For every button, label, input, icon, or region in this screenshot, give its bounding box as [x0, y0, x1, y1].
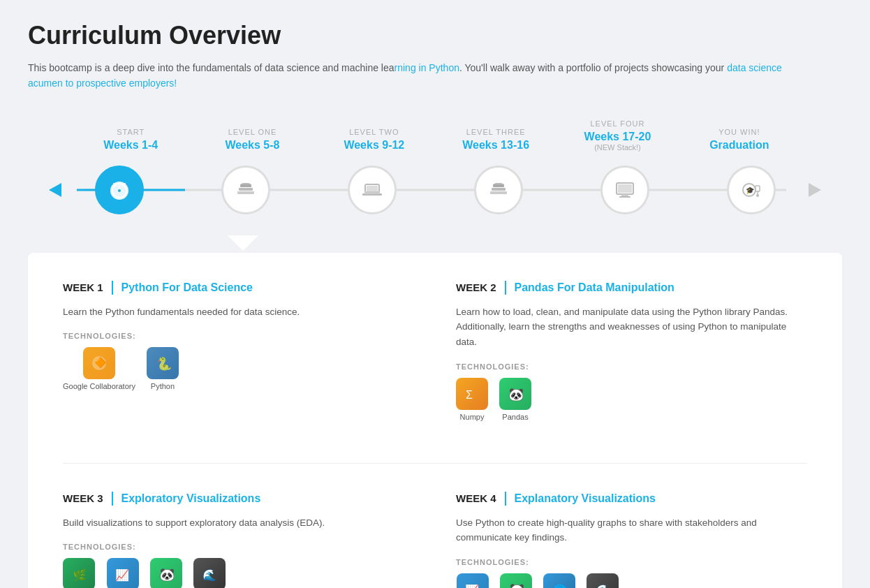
matplotlib-icon: 📈 [107, 558, 139, 588]
svg-rect-12 [367, 186, 378, 192]
tech-numpy: Σ Numpy [456, 378, 488, 421]
tech-pandas-3: 🐼 Pandas [500, 573, 532, 588]
laptop-icon [360, 177, 385, 203]
timeline-stage-level1: LEVEL ONE Weeks 5-8 [191, 128, 313, 152]
svg-text:🐼: 🐼 [159, 567, 175, 582]
svg-text:🌐: 🌐 [553, 584, 567, 588]
svg-text:🐍: 🐍 [156, 356, 172, 372]
seaborn-icon: 🌊 [193, 558, 226, 588]
pandas-icon: 🐼 [499, 378, 531, 410]
week-2-title: Pandas For Data Manipulation [515, 281, 674, 294]
week-4-label: WEEK 4 [456, 492, 496, 504]
svg-marker-10 [240, 183, 251, 184]
google-collab-label: Google Collaboratory [63, 382, 135, 390]
week-1-tech-label: TECHNOLOGIES: [63, 332, 414, 340]
pandas-icon-3: 🐼 [500, 573, 532, 588]
week-1-tech-icons: 🔶 Google Collaboratory 🐍 Python [63, 347, 414, 390]
seaborn-svg-2: 🌊 [593, 580, 612, 588]
folium-svg-2: 🌐 [550, 580, 569, 588]
node-wrapper-win[interactable]: 🎓 [688, 166, 814, 214]
timeline-pointer [28, 235, 842, 251]
svg-rect-14 [364, 191, 380, 194]
books-icon [233, 177, 258, 203]
python-label: Python [151, 382, 175, 390]
python-svg: 🐍 [153, 353, 172, 373]
svg-text:🎓: 🎓 [746, 186, 755, 195]
svg-rect-22 [619, 196, 631, 198]
week-3-tech-label: TECHNOLOGIES: [63, 543, 414, 551]
svg-rect-20 [618, 184, 632, 193]
tech-matplotlib-2: 📈 Matplotlib [456, 573, 489, 588]
svg-text:📈: 📈 [465, 584, 479, 588]
svg-text:🌿: 🌿 [73, 568, 87, 582]
python-icon: 🐍 [147, 347, 179, 379]
folium-icon: 🌿 [63, 558, 95, 588]
svg-rect-7 [237, 191, 254, 194]
pandas-label: Pandas [502, 413, 528, 421]
google-collab-icon: 🔶 [83, 347, 115, 379]
monitor-icon [612, 177, 637, 203]
node-wrapper-level3[interactable] [435, 166, 561, 214]
week-3-tech-icons: 🌿 Folium 📈 Matplotlib [63, 558, 414, 588]
week-3-label: WEEK 3 [63, 492, 103, 504]
tech-matplotlib: 📈 Matplotlib [106, 558, 139, 588]
week-block-4: WEEK 4 Explanatory Visualizations Use Py… [456, 492, 807, 588]
tech-seaborn-2: 🌊 Seaborn [587, 573, 619, 588]
svg-text:🌊: 🌊 [202, 568, 216, 582]
week-4-header: WEEK 4 Explanatory Visualizations [456, 492, 807, 506]
node-level1[interactable] [221, 166, 270, 214]
week-2-desc: Learn how to load, clean, and manipulate… [456, 304, 807, 350]
numpy-svg: Σ [462, 384, 482, 404]
pandas-icon-2: 🐼 [150, 558, 182, 588]
week-3-divider [112, 492, 113, 506]
svg-text:🌊: 🌊 [596, 584, 610, 588]
row-divider [63, 463, 807, 464]
intro-text: This bootcamp is a deep dive into the fu… [28, 60, 796, 91]
week-3-desc: Build visualizations to support explorat… [63, 515, 414, 531]
week-block-1: WEEK 1 Python For Data Science Learn the… [63, 281, 414, 435]
pandas-svg: 🐼 [506, 384, 525, 404]
collab-svg: 🔶 [89, 353, 109, 373]
week-1-divider [112, 281, 113, 295]
timeline-stage-win: YOU WIN! Graduation [679, 128, 800, 152]
pandas-svg-3: 🐼 [506, 580, 526, 588]
node-win[interactable]: 🎓 [727, 166, 776, 214]
svg-rect-16 [492, 188, 506, 191]
seaborn-icon-2: 🌊 [587, 573, 619, 588]
week-3-title: Exploratory Visualizations [121, 492, 261, 505]
svg-text:Σ: Σ [466, 389, 473, 401]
week-1-desc: Learn the Python fundamentals needed for… [63, 304, 414, 320]
tech-google-collab: 🔶 Google Collaboratory [63, 347, 135, 390]
page-title: Curriculum Overview [28, 21, 842, 50]
week-1-title: Python For Data Science [121, 281, 253, 294]
timeline-nodes: 🎓 [28, 166, 842, 214]
node-wrapper-level4[interactable] [561, 166, 688, 214]
weeks-grid: WEEK 1 Python For Data Science Learn the… [63, 281, 807, 588]
tech-folium: 🌿 Folium [63, 558, 95, 588]
data-icon [486, 177, 511, 203]
tech-folium-2: 🌐 Folium [543, 573, 575, 588]
numpy-icon: Σ [456, 378, 488, 410]
node-wrapper-level1[interactable] [182, 166, 309, 214]
node-level2[interactable] [348, 166, 397, 214]
folium-icon-2: 🌐 [543, 573, 575, 588]
node-wrapper-level2[interactable] [309, 166, 435, 214]
node-start[interactable] [95, 166, 144, 214]
week-4-tech-label: TECHNOLOGIES: [456, 558, 807, 566]
svg-rect-15 [490, 191, 507, 194]
content-card: WEEK 1 Python For Data Science Learn the… [28, 253, 842, 588]
week-2-label: WEEK 2 [456, 281, 496, 293]
graduation-icon: 🎓 [739, 177, 764, 203]
node-level4[interactable] [600, 166, 649, 214]
node-wrapper-start[interactable] [56, 166, 182, 214]
seaborn-svg: 🌊 [200, 564, 219, 584]
week-2-header: WEEK 2 Pandas For Data Manipulation [456, 281, 807, 295]
week-2-tech-label: TECHNOLOGIES: [456, 362, 807, 371]
timeline-stage-level2: LEVEL TWO Weeks 9-12 [314, 128, 435, 152]
node-level3[interactable] [474, 166, 523, 214]
svg-text:🐼: 🐼 [509, 582, 525, 588]
tech-python: 🐍 Python [147, 347, 179, 390]
svg-point-27 [756, 194, 759, 197]
week-4-desc: Use Python to create high-quality graphs… [456, 515, 807, 545]
week-1-header: WEEK 1 Python For Data Science [63, 281, 414, 295]
